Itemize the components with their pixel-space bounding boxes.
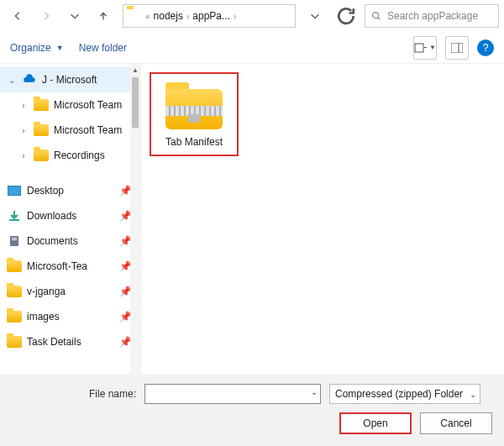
nav-forward-button [34,3,59,29]
svg-point-0 [373,13,379,18]
chevron-right-icon: › [18,126,29,135]
dialog-footer: File name: ⌄ Compressed (zipped) Folder … [0,374,504,446]
sidebar-item-folder[interactable]: Microsoft-Tea 📌 [0,254,140,279]
chevron-down-icon[interactable]: ⌄ [311,387,318,396]
chevron-down-icon: ⌄ [470,390,476,399]
sidebar-item-label: Desktop [27,185,64,197]
nav-up-button[interactable] [91,3,116,29]
sidebar-item-folder[interactable]: v-jganga 📌 [0,279,140,304]
folder-icon [34,123,49,138]
sidebar-item-label: images [27,311,60,323]
chevron-down-icon: ▼ [56,44,64,52]
sidebar-item-label: Documents [27,235,78,247]
folder-icon [7,309,22,324]
folder-icon [34,97,49,113]
sidebar-item-label: Microsoft-Tea [27,260,87,272]
preview-pane-icon [451,43,463,53]
chevron-right-icon: › [18,101,29,110]
open-button[interactable]: Open [339,412,412,434]
sidebar-item-folder[interactable]: › Microsoft Team [0,118,140,143]
chevron-right-icon: › [234,12,236,21]
file-type-select[interactable]: Compressed (zipped) Folder ⌄ [329,384,480,404]
sidebar-item-onedrive[interactable]: ⌄ J - Microsoft [0,67,140,92]
details-view-icon [414,43,428,53]
refresh-button[interactable] [334,4,358,28]
scroll-thumb[interactable] [132,77,139,128]
svg-rect-7 [12,238,17,239]
file-item-label: Tab Manifest [165,136,223,148]
sidebar-item-folder[interactable]: › Recordings [0,143,140,168]
sidebar-item-label: Microsoft Team [54,99,122,111]
chevron-down-icon: ⌄ [7,76,17,85]
folder-icon [7,334,22,349]
sidebar-item-folder[interactable]: Task Details 📌 [0,329,140,354]
chevron-down-icon: ▼ [429,44,436,51]
svg-rect-2 [424,47,427,48]
help-button[interactable]: ? [477,39,494,56]
file-type-label: Compressed (zipped) Folder [335,388,463,400]
organize-menu[interactable]: Organize ▼ [10,42,64,54]
cancel-button[interactable]: Cancel [420,412,492,434]
folder-icon [7,284,22,299]
sidebar-item-desktop[interactable]: Desktop 📌 [0,178,140,203]
chevron-right-icon: › [186,12,189,21]
svg-rect-3 [451,43,463,53]
svg-rect-6 [10,236,18,246]
sidebar-item-label: J - Microsoft [42,74,97,86]
downloads-icon [7,208,22,223]
sidebar-item-folder[interactable]: images 📌 [0,304,140,329]
sidebar-item-documents[interactable]: Documents 📌 [0,228,140,254]
sidebar-item-label: v-jganga [27,286,66,297]
documents-icon [7,233,22,249]
folder-icon [127,8,142,24]
svg-rect-1 [415,44,423,52]
sidebar-item-folder[interactable]: › Microsoft Team [0,92,140,118]
desktop-icon [7,183,22,198]
address-bar[interactable]: « nodejs › appPa... › [123,4,296,28]
path-segment[interactable]: appPa... [192,10,230,22]
nav-history-button[interactable] [62,3,87,29]
address-dropdown-button[interactable] [302,3,328,29]
onedrive-icon [22,72,37,87]
zip-folder-icon [163,81,225,131]
search-input[interactable]: Search appPackage [365,4,499,28]
new-folder-button[interactable]: New folder [79,42,127,54]
view-details-button[interactable]: ▼ [413,36,437,60]
chevron-left-icon: « [145,12,150,21]
sidebar: ⌄ J - Microsoft › Microsoft Team › Micro… [0,64,141,374]
search-placeholder: Search appPackage [387,10,478,22]
file-list[interactable]: Tab Manifest [141,64,504,374]
scroll-up-icon[interactable]: ▲ [131,66,139,74]
filename-label: File name: [89,388,136,400]
file-item-zip[interactable]: Tab Manifest [150,72,239,156]
sidebar-item-label: Downloads [27,210,76,222]
svg-rect-5 [9,219,19,221]
filename-input[interactable] [144,384,321,404]
folder-icon [34,148,49,163]
sidebar-item-downloads[interactable]: Downloads 📌 [0,203,140,228]
preview-pane-button[interactable] [445,36,469,60]
chevron-right-icon: › [18,151,29,160]
sidebar-item-label: Microsoft Team [54,124,122,136]
sidebar-item-label: Recordings [54,150,105,161]
sidebar-scrollbar[interactable]: ▲ [130,64,140,374]
search-icon [370,10,382,22]
nav-back-button[interactable] [5,3,30,29]
folder-icon [7,259,22,274]
path-segment[interactable]: nodejs [154,10,183,22]
sidebar-item-label: Task Details [27,336,81,348]
svg-rect-8 [12,239,17,240]
